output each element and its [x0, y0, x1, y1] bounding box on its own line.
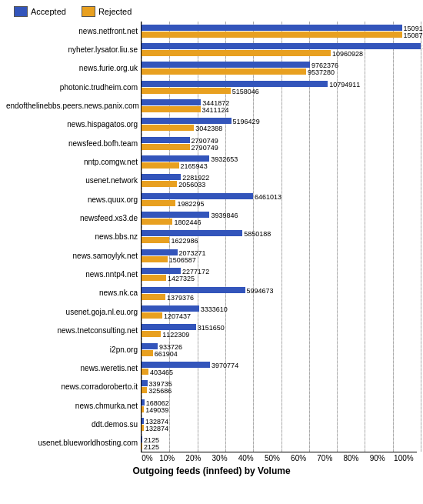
bar-rejected	[142, 294, 165, 300]
x-axis-label: 10%	[154, 454, 180, 462]
bar-accepted	[142, 137, 190, 143]
bar-rejected	[142, 443, 142, 449]
y-label: ddt.demos.su	[6, 420, 138, 429]
bar-accepted	[142, 155, 209, 162]
bar-accepted	[142, 212, 209, 218]
bar-row: 39326532165943	[142, 152, 417, 171]
x-axis-label: 20%	[180, 454, 206, 462]
bar-rejected-value: 661904	[155, 350, 178, 358]
x-axis-label: 60%	[285, 454, 311, 462]
bars-area: 1509137915087948161777021096092897623769…	[141, 22, 417, 452]
bar-accepted	[142, 174, 181, 180]
bar-rejected	[142, 331, 161, 337]
y-label: endofthelinebbs.peers.news.panix.com	[6, 102, 138, 110]
bar-row: 34418723411124	[142, 96, 417, 115]
y-label: news.samoylyk.net	[6, 252, 138, 260]
y-label: newsfeed.xs3.de	[6, 214, 138, 222]
bar-rejected-value: 1802446	[174, 219, 201, 226]
x-axis-label: 50%	[259, 454, 285, 462]
bar-accepted	[142, 305, 199, 312]
bar-rejected	[142, 181, 177, 187]
bar-accepted	[142, 230, 242, 236]
bar-row: 51964293042388	[142, 115, 417, 134]
bar-row: 31516501122309	[142, 322, 417, 340]
bar-accepted	[142, 99, 201, 105]
y-label: usenet.network	[6, 176, 138, 185]
y-axis-labels: news.netfront.netnyheter.lysator.liu.sen…	[6, 22, 141, 452]
bar-rejected-value: 2125	[144, 443, 159, 451]
y-label: news.bbs.nz	[6, 232, 138, 241]
y-label: news.netfront.net	[6, 27, 138, 35]
x-axis-label: 100%	[391, 454, 417, 462]
bar-accepted	[142, 25, 402, 31]
bar-row: 339735325686	[142, 378, 417, 396]
bar-rejected-value: 1379376	[167, 294, 194, 302]
bar-rejected-value: 403465	[150, 369, 173, 376]
bar-accepted	[142, 436, 142, 442]
bar-rejected-value: 9537280	[308, 68, 335, 76]
legend-accepted-label: Accepted	[31, 7, 66, 16]
bar-rejected-value: 2165943	[181, 162, 208, 170]
bar-accepted	[142, 81, 328, 87]
bar-rejected	[142, 32, 402, 38]
bar-rejected	[142, 88, 231, 94]
bar-row: 20732711506587	[142, 246, 417, 265]
bar-row: 22819222056033	[142, 172, 417, 190]
bar-rejected	[142, 369, 148, 375]
bar-accepted	[142, 380, 148, 386]
bar-rejected	[142, 144, 190, 150]
bar-accepted	[142, 418, 144, 424]
grid-line	[421, 22, 421, 452]
bar-rejected-value: 5158046	[232, 88, 259, 95]
bar-rejected	[142, 387, 147, 393]
bar-accepted	[142, 362, 210, 368]
bar-rejected-value: 2790749	[192, 144, 218, 152]
y-label: news.nk.ca	[6, 289, 138, 297]
y-label: news.weretis.net	[6, 364, 138, 372]
y-label: usenet.goja.nl.eu.org	[6, 308, 138, 316]
x-axis-labels: 0%10%20%30%40%50%60%70%80%90%100%	[141, 454, 417, 462]
y-label: news.chmurka.net	[6, 402, 138, 410]
bar-rejected-value: 1622986	[171, 237, 198, 245]
x-axis-label: 70%	[311, 454, 338, 462]
bar-rejected-value: 3411124	[202, 106, 229, 114]
bar-row: 39398461802446	[142, 209, 417, 227]
bar-rejected	[142, 406, 144, 412]
bar-rejected-value: 2056033	[178, 181, 205, 189]
bar-rejected	[142, 219, 172, 225]
bar-rejected	[142, 68, 306, 75]
bar-rejected-value: 325686	[148, 387, 172, 395]
bar-accepted	[142, 343, 158, 349]
bar-rejected-value: 1982295	[177, 200, 204, 208]
bar-accepted	[142, 193, 253, 199]
x-axis-label: 0%	[141, 454, 154, 462]
bar-rejected	[142, 237, 169, 243]
bar-rejected	[142, 200, 175, 206]
bar-row: 22771721427325	[142, 265, 417, 284]
y-label: news.quux.org	[6, 195, 138, 204]
bar-rejected-value: 1427325	[168, 275, 195, 282]
y-label: nntp.comgw.net	[6, 158, 138, 166]
bar-row: 33336101207437	[142, 302, 417, 321]
y-label: usenet.blueworldhosting.com	[6, 439, 138, 447]
bar-accepted	[142, 324, 196, 330]
bar-rejected	[142, 256, 168, 262]
y-label: news.tnetconsulting.net	[6, 326, 138, 335]
bar-rejected-value: 10960928	[332, 50, 363, 58]
bar-row: 64610131982295	[142, 190, 417, 209]
legend-accepted: Accepted	[14, 6, 66, 17]
bar-row: 59946731379376	[142, 284, 417, 302]
bar-accepted	[142, 399, 145, 406]
bar-rejected	[142, 275, 166, 281]
bar-rejected-value: 1122309	[162, 331, 189, 339]
bar-rejected	[142, 162, 179, 169]
legend-rejected-label: Rejected	[98, 7, 132, 16]
bar-row: 97623769537280	[142, 59, 417, 78]
chart-title: Outgoing feeds (innfeed) by Volume	[6, 466, 417, 476]
bar-row: 168062149039	[142, 396, 417, 415]
bar-accepted	[142, 43, 421, 49]
x-axis-label: 80%	[338, 454, 364, 462]
y-label: news.furie.org.uk	[6, 64, 138, 72]
x-axis-label: 90%	[365, 454, 391, 462]
bar-rejected-value: 1207437	[164, 312, 191, 320]
